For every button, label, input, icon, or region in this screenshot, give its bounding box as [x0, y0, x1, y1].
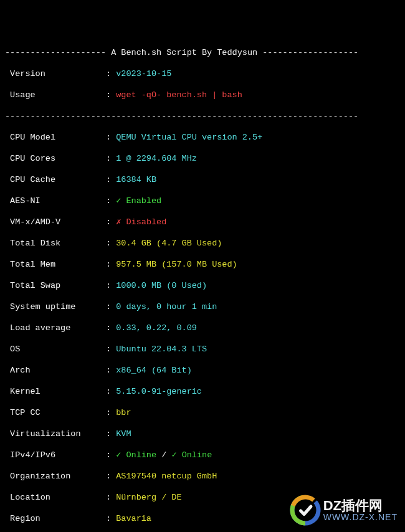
swap-row: Total Swap : 1000.0 MB (0 Used) [5, 280, 400, 291]
cpu-cores-row: CPU Cores : 1 @ 2294.604 MHz [5, 153, 400, 164]
usage-value: wget -qO- bench.sh | bash [116, 90, 242, 100]
watermark: DZ插件网 WWW.DZ-X.NET [290, 495, 398, 526]
swap-value: 1000.0 MB (0 Used) [116, 281, 207, 290]
org-row: Organization : AS197540 netcup GmbH [5, 471, 400, 482]
cross-icon: ✗ [116, 217, 126, 227]
check-icon: ✓ [171, 450, 181, 460]
cpu-cache: 16384 KB [116, 175, 156, 184]
script-title: A Bench.sh Script By Teddysun [111, 48, 257, 57]
tcp-value: bbr [116, 408, 131, 417]
ipv6-value: Online [182, 450, 212, 460]
vmx-row: VM-x/AMD-V : ✗ Disabled [5, 217, 400, 227]
divider: ----------------------------------------… [5, 111, 400, 121]
ipv4-value: Online [126, 450, 156, 460]
usage-label: Usage [5, 90, 36, 100]
org-value: AS197540 netcup GmbH [116, 472, 217, 481]
vmx-value: Disabled [126, 217, 166, 227]
watermark-title: DZ插件网 [323, 499, 398, 513]
version-value: v2023-10-15 [116, 69, 171, 78]
mem-value: 957.5 MB (157.0 MB Used) [116, 260, 237, 269]
region-value: Bavaria [116, 514, 151, 523]
arch-value: x86_64 (64 Bit) [116, 366, 192, 375]
load-value: 0.33, 0.22, 0.09 [116, 323, 197, 333]
virt-value: KVM [116, 429, 131, 439]
mem-row: Total Mem : 957.5 MB (157.0 MB Used) [5, 259, 400, 270]
os-row: OS : Ubuntu 22.04.3 LTS [5, 344, 400, 354]
dash-left: -------------------- [5, 48, 111, 57]
arch-row: Arch : x86_64 (64 Bit) [5, 365, 400, 376]
cpu-cores: 1 @ 2294.604 MHz [116, 154, 197, 163]
disk-row: Total Disk : 30.4 GB (4.7 GB Used) [5, 238, 400, 249]
loc-value: Nürnberg / DE [116, 493, 181, 502]
header-line: -------------------- A Bench.sh Script B… [5, 47, 400, 58]
cpu-model: QEMU Virtual CPU version 2.5+ [116, 133, 262, 142]
uptime-row: System uptime : 0 days, 0 hour 1 min [5, 302, 400, 312]
cpu-model-row: CPU Model : QEMU Virtual CPU version 2.5… [5, 132, 400, 143]
version-row: Version : v2023-10-15 [5, 69, 400, 79]
usage-row: Usage : wget -qO- bench.sh | bash [5, 90, 400, 100]
logo-icon [290, 495, 321, 526]
uptime-value: 0 days, 0 hour 1 min [116, 302, 217, 311]
cpu-cache-row: CPU Cache : 16384 KB [5, 174, 400, 185]
version-label: Version [5, 69, 45, 78]
ip-row: IPv4/IPv6 : ✓ Online / ✓ Online [5, 450, 400, 460]
load-row: Load average : 0.33, 0.22, 0.09 [5, 323, 400, 333]
tcp-row: TCP CC : bbr [5, 407, 400, 418]
watermark-url: WWW.DZ-X.NET [323, 513, 398, 521]
check-icon: ✓ [116, 450, 126, 460]
kernel-value: 5.15.0-91-generic [116, 387, 202, 396]
aes-row: AES-NI : ✓ Enabled [5, 196, 400, 206]
os-value: Ubuntu 22.04.3 LTS [116, 344, 207, 354]
dash-right: ------------------- [257, 48, 358, 57]
kernel-row: Kernel : 5.15.0-91-generic [5, 386, 400, 397]
virt-row: Virtualization : KVM [5, 429, 400, 439]
check-icon: ✓ [116, 196, 126, 206]
aes-value: Enabled [126, 196, 161, 206]
disk-value: 30.4 GB (4.7 GB Used) [116, 239, 222, 248]
